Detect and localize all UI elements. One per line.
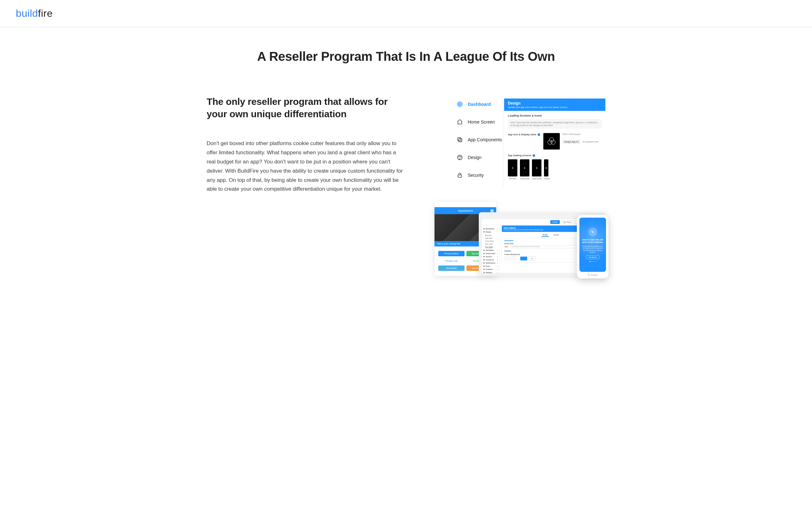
sidebar-section: ⦿Users⌄: [483, 265, 498, 267]
chevron-icon: ⌄: [497, 249, 498, 251]
chevron-icon: ⌄: [497, 268, 498, 270]
chevron-icon: ⌄: [497, 262, 498, 264]
loading-thumb: +1600x2: [544, 159, 550, 180]
target-icon: [457, 101, 463, 107]
thumb-preview: +: [520, 159, 529, 176]
design-section-title: Loading Screens & Icons: [508, 114, 602, 117]
phone-preview: HOW TO USE THIS APP WITH YOUR COMPANY To…: [577, 215, 609, 278]
app-icon-label: App Icon & Display name: [508, 133, 540, 136]
sidebar-section: ⦿Notifications⌄: [483, 262, 498, 264]
chevron-icon: ⌄: [497, 256, 498, 257]
intro-title: Intro Slides: [504, 227, 544, 229]
chevron-icon: ⌄: [497, 259, 498, 261]
sidebar-section: ⦿Design: [483, 231, 498, 233]
app-theme-pill: App Theme: [561, 220, 574, 224]
hero-title: A Reseller Program That Is In A League O…: [207, 49, 605, 64]
info-dot-icon: [532, 154, 535, 157]
visual-column: DashboardHome ScreenApp Components›Desig…: [428, 96, 605, 273]
bg-chip: +: [504, 256, 510, 261]
copy-column: The only reseller program that allows fo…: [207, 96, 409, 194]
sidebar-section: ⦿Commerce⌄: [483, 259, 498, 261]
pager-dots: [589, 261, 596, 262]
primary-button: Primary Button: [438, 251, 465, 256]
chevron-icon: ⌄: [497, 265, 498, 267]
svg-point-1: [459, 103, 461, 106]
svg-point-8: [461, 157, 461, 158]
tab-settings: Settings: [552, 233, 560, 237]
home-icon: [457, 119, 463, 125]
design-panel-title: Design: [508, 101, 602, 106]
info-button: Info Button: [438, 266, 465, 271]
svg-point-12: [551, 140, 555, 144]
brand-logo-accent: build: [16, 8, 38, 19]
app-icon-row: App Icon & Display name 1: [508, 133, 602, 149]
phone-heading: HOW TO USE THIS APP WITH YOUR COMPANY: [582, 239, 604, 244]
sidebar-item: Branding: [483, 234, 498, 237]
thumb-preview: +: [508, 159, 517, 176]
thumb-label: 1600x2: [544, 178, 550, 180]
svg-rect-9: [458, 175, 462, 178]
design-panel-subtitle: Update your app color scheme, app icon a…: [508, 106, 602, 108]
design-panel-header: Design Update your app color scheme, app…: [504, 99, 605, 111]
sidebar-item: Side Menu: [483, 237, 498, 240]
brand-logo-rest: fire: [38, 8, 53, 19]
lock-icon: [457, 172, 463, 179]
appearance-title: Appearance: [434, 209, 496, 212]
preview-icon: [588, 274, 590, 276]
sidebar-item: Footer Menu: [483, 240, 498, 242]
icon-dimensions: 1024 x 1024 square: [562, 133, 598, 135]
intro-subtitle: Customize the video your users will see …: [504, 229, 544, 230]
primary-link: Primary Link: [438, 258, 465, 264]
chevron-icon: ⌄: [497, 252, 498, 254]
chevron-icon: ⌄: [497, 271, 498, 273]
svg-rect-4: [458, 137, 461, 141]
thumb-label: 640x960: [508, 178, 517, 180]
info-dot-icon: [538, 133, 540, 136]
bg-chip: +: [511, 256, 516, 261]
sidebar-item: Intro Slides: [483, 245, 498, 248]
phone-cta: Get Started: [586, 255, 599, 259]
plus-icon: +: [545, 166, 547, 170]
svg-point-7: [460, 156, 460, 157]
app-icon-preview: [543, 133, 560, 149]
content-row: The only reseller program that allows fo…: [207, 96, 605, 273]
phone-footer: Preview: [588, 274, 598, 276]
sidebar-section: ⦿Screens⌄: [483, 256, 498, 257]
title-label: Title*: [504, 246, 508, 248]
design-panel: Design Update your app color scheme, app…: [504, 99, 605, 187]
sidebar-section: ⦿Analytics⌄: [483, 268, 498, 270]
chevron-icon: ⌄: [497, 228, 498, 230]
loading-thumb: +1536x2048: [532, 159, 542, 180]
page-main: A Reseller Program That Is In A League O…: [191, 49, 621, 292]
bg-chip-off: off: [528, 256, 535, 261]
site-header: buildfire: [0, 0, 812, 27]
plus-icon: +: [524, 166, 526, 170]
thumb-preview: +: [532, 159, 542, 176]
phone-subtext: To get started managing your list regist…: [582, 245, 604, 253]
svg-point-2: [460, 104, 460, 105]
plus-icon: +: [512, 166, 514, 170]
palette-icon: [457, 154, 463, 161]
sidebar-item: User Login: [483, 242, 498, 245]
sidebar-section: ⦿Dashboard⌄: [483, 228, 498, 230]
svg-point-0: [458, 102, 462, 107]
thumb-preview: +: [544, 159, 548, 176]
plus-icon: +: [536, 166, 538, 170]
sidebar-section: ⦿Settings⌄: [483, 271, 498, 273]
loading-screens-row: App loading screens +640x960+1242x2208+1…: [508, 154, 602, 180]
tab-design: Design: [542, 233, 549, 237]
sidebar-section: ⦿Homescreen⌄: [483, 252, 498, 254]
loading-thumb: +640x960: [508, 159, 517, 180]
bg-chip-selected: [520, 256, 527, 261]
design-note: Note: If your app has already been publi…: [508, 119, 602, 129]
svg-point-6: [459, 157, 459, 158]
copy-icon: [457, 137, 463, 143]
section-subheading: The only reseller program that allows fo…: [207, 96, 409, 120]
svg-point-10: [549, 137, 554, 142]
display-name-value: Design App #1: [562, 140, 581, 144]
brand-logo[interactable]: buildfire: [16, 8, 53, 19]
pulse-icon: [588, 227, 597, 236]
dashboard-sidebar: ⦿Dashboard⌄⦿DesignBrandingSide MenuFoote…: [482, 225, 500, 273]
menu-icon: [491, 209, 494, 212]
body-copy: Don't get boxed into other platforms coo…: [207, 139, 403, 194]
